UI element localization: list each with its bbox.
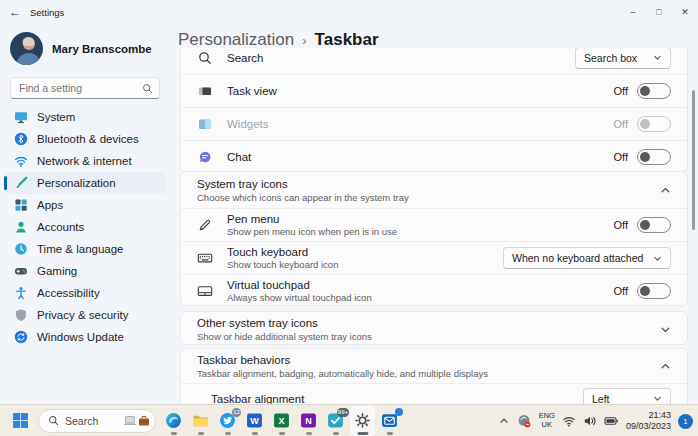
chat-toggle[interactable] <box>637 149 671 165</box>
settings-scroll-area: Search Search box Task view Off Widgets … <box>176 48 698 404</box>
person-icon <box>14 220 28 234</box>
settings-search-box[interactable] <box>10 77 160 99</box>
hidden-icons-chevron-icon[interactable] <box>499 416 509 426</box>
running-indicator <box>306 432 312 435</box>
touch-keyboard-label: Touch keyboard <box>227 246 338 258</box>
sidebar-item-accounts[interactable]: Accounts <box>4 216 166 238</box>
active-indicator <box>357 432 368 435</box>
excel-app[interactable]: X <box>269 406 294 436</box>
chat-icon <box>197 149 213 165</box>
outlook-app[interactable] <box>377 406 402 436</box>
system-icon <box>14 110 28 124</box>
running-indicator <box>171 432 177 435</box>
search-icon <box>142 83 153 94</box>
start-button[interactable] <box>8 406 33 436</box>
volume-icon[interactable] <box>583 414 597 428</box>
toggle-state-label: Off <box>614 219 628 231</box>
sidebar-item-apps[interactable]: Apps <box>4 194 166 216</box>
folder-icon <box>192 412 209 429</box>
breadcrumb: Personalization › Taskbar <box>178 30 379 50</box>
chevron-up-icon[interactable] <box>660 361 671 372</box>
sidebar-item-label: Bluetooth & devices <box>37 133 139 145</box>
search-icon <box>197 50 213 66</box>
wifi-icon <box>14 154 28 168</box>
search-mode-dropdown[interactable]: Search box <box>575 48 671 69</box>
user-name: Mary Branscombe <box>52 43 152 55</box>
widgets-toggle <box>637 116 671 132</box>
battery-icon[interactable] <box>604 414 619 428</box>
clock[interactable]: 21:43 09/03/2023 <box>626 410 671 433</box>
chevron-down-icon[interactable] <box>660 324 671 335</box>
sidebar-item-system[interactable]: System <box>4 106 166 128</box>
back-button[interactable]: ← <box>0 5 30 19</box>
sidebar-item-time-language[interactable]: Time & language <box>4 238 166 260</box>
section-title: System tray icons <box>197 178 409 190</box>
sidebar-item-network[interactable]: Network & internet <box>4 150 166 172</box>
word-app[interactable]: W <box>242 406 267 436</box>
sidebar-item-accessibility[interactable]: Accessibility <box>4 282 166 304</box>
sidebar-item-label: Accessibility <box>37 287 100 299</box>
user-account[interactable]: Mary Branscombe <box>0 24 170 65</box>
taskbar-items-card: Search Search box Task view Off Widgets … <box>180 48 688 172</box>
touchpad-icon <box>197 283 213 299</box>
onenote-app[interactable]: N <box>296 406 321 436</box>
chevron-down-icon <box>653 394 662 403</box>
settings-search-input[interactable] <box>19 82 139 94</box>
teal-chat-app[interactable]: 99+ <box>323 406 348 436</box>
taskbar-behaviors-card: Taskbar behaviors Taskbar alignment, bad… <box>180 348 688 404</box>
keyboard-icon <box>197 250 213 266</box>
settings-app[interactable] <box>350 406 375 436</box>
pen-menu-toggle[interactable] <box>637 217 671 233</box>
sidebar-item-gaming[interactable]: Gaming <box>4 260 166 282</box>
scrollbar[interactable] <box>692 90 695 230</box>
running-indicator <box>387 432 393 435</box>
sidebar-item-label: Time & language <box>37 243 124 255</box>
taskbar-alignment-dropdown[interactable]: Left <box>583 388 671 405</box>
brush-icon <box>14 176 28 190</box>
row-pen-menu: Pen menu Show pen menu icon when pen is … <box>181 208 687 241</box>
notification-count-badge[interactable]: 1 <box>678 414 693 429</box>
language-indicator[interactable]: ENG UK <box>539 412 555 429</box>
virtual-touchpad-toggle[interactable] <box>637 283 671 299</box>
sidebar: Mary Branscombe System Bluetooth & devic… <box>0 24 170 404</box>
behaviors-header[interactable]: Taskbar behaviors Taskbar alignment, bad… <box>181 349 687 383</box>
file-explorer-app[interactable] <box>188 406 213 436</box>
wifi-icon[interactable] <box>562 414 576 428</box>
other-tray-header[interactable]: Other system tray icons Show or hide add… <box>181 312 687 345</box>
row-search: Search Search box <box>181 48 687 74</box>
window-title: Settings <box>30 7 64 18</box>
system-tray: ENG UK 21:43 09/03/2023 1 <box>499 405 693 436</box>
briefcase-icon <box>138 415 150 427</box>
twitter-app[interactable]: 12 <box>215 406 240 436</box>
minimize-button[interactable]: – <box>620 0 646 24</box>
task-view-toggle[interactable] <box>637 83 671 99</box>
sidebar-item-label: Apps <box>37 199 63 211</box>
bluetooth-icon <box>14 132 28 146</box>
system-tray-header[interactable]: System tray icons Choose which icons can… <box>181 172 687 208</box>
sidebar-item-personalization[interactable]: Personalization <box>4 172 166 194</box>
sidebar-item-privacy[interactable]: Privacy & security <box>4 304 166 326</box>
running-indicator <box>198 432 204 435</box>
other-tray-card: Other system tray icons Show or hide add… <box>180 311 688 345</box>
sidebar-item-label: Personalization <box>37 177 116 189</box>
sidebar-item-label: Windows Update <box>37 331 124 343</box>
sidebar-item-bluetooth[interactable]: Bluetooth & devices <box>4 128 166 150</box>
system-tray-card: System tray icons Choose which icons can… <box>180 171 688 306</box>
close-button[interactable]: ✕ <box>672 0 698 24</box>
chevron-up-icon[interactable] <box>660 185 671 196</box>
page-title: Taskbar <box>315 30 379 50</box>
breadcrumb-personalization[interactable]: Personalization <box>178 30 294 50</box>
search-row-label: Search <box>227 52 263 64</box>
sidebar-item-windows-update[interactable]: Windows Update <box>4 326 166 348</box>
notification-badge: 12 <box>232 408 241 417</box>
sidebar-item-label: System <box>37 111 75 123</box>
section-subtitle: Show or hide additional system tray icon… <box>197 331 372 342</box>
breadcrumb-separator: › <box>302 33 306 48</box>
touch-keyboard-dropdown[interactable]: When no keyboard attached <box>503 247 671 269</box>
taskbar-search[interactable]: Search <box>38 409 156 433</box>
edge-app[interactable] <box>161 406 186 436</box>
tray-app-alert-icon[interactable] <box>516 413 532 429</box>
maximize-button[interactable]: □ <box>646 0 672 24</box>
time: 21:43 <box>626 410 671 421</box>
taskbar-search-label: Search <box>65 415 98 427</box>
